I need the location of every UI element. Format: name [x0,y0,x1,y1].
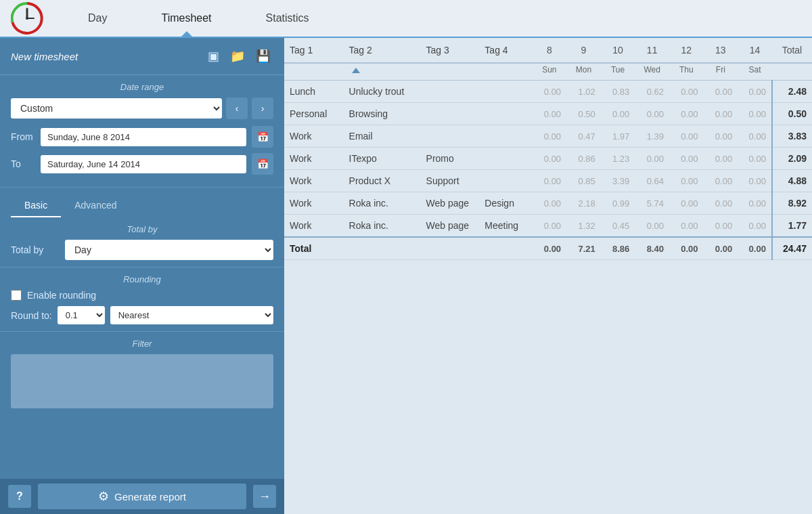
tab-timesheet[interactable]: Timesheet [134,1,238,35]
cell-tag3 [421,81,480,103]
cell-tag2: ITexpo [344,148,421,170]
cell-d12: 0.00 [669,192,704,215]
table-row: WorkRoka inc.Web pageMeeting0.001.320.45… [284,215,812,238]
top-nav: Day Timesheet Statistics [0,0,812,38]
cell-d13: 0.00 [704,125,738,148]
cell-tag3 [421,103,480,125]
cell-tag4 [479,125,532,148]
cell-tag3 [421,125,480,148]
cell-d10: 0.99 [601,192,635,215]
col-day10[interactable]: 10 [601,38,635,63]
date-range-select[interactable]: Custom Today This week This month [11,98,222,119]
export-button[interactable]: → [253,485,276,508]
total-d10: 8.86 [601,237,635,260]
help-button[interactable]: ? [8,485,31,508]
col-total[interactable]: Total [772,38,812,63]
filter-textarea[interactable] [11,354,273,408]
cell-tag4 [479,148,532,170]
cell-d10: 0.45 [601,215,635,238]
col-tag4[interactable]: Tag 4 [479,38,532,63]
col-tag2[interactable]: Tag 2 [344,38,421,63]
cell-tag1: Work [284,170,344,192]
table-header-row: Tag 1 Tag 2 Tag 3 Tag 4 8 9 10 11 12 13 … [284,38,812,63]
to-label: To [11,158,35,169]
enable-rounding-checkbox[interactable] [11,290,22,301]
col-day9[interactable]: 9 [566,38,601,63]
enable-rounding-row: Enable rounding [11,290,273,301]
from-calendar-button[interactable]: 📅 [252,126,273,148]
save-button[interactable]: 💾 [253,47,273,65]
sort-arrow-icon [352,68,360,73]
cell-total: 2.48 [772,81,812,103]
cell-d8: 0.00 [533,125,567,148]
total-d9: 7.21 [566,237,601,260]
total-by-row: Total by Day Week Month [11,240,273,260]
cell-total: 1.77 [772,215,812,238]
to-date-input[interactable] [41,155,246,173]
col-day8[interactable]: 8 [533,38,567,63]
cell-d8: 0.00 [533,81,567,103]
date-range-title: Date range [11,82,273,92]
rounding-title: Rounding [11,274,273,284]
rounding-section: Rounding Enable rounding Round to: 0.1 0… [0,267,284,332]
cell-d10: 0.83 [601,81,635,103]
col-tag1[interactable]: Tag 1 [284,38,344,63]
next-range-button[interactable]: › [252,98,273,119]
cell-d13: 0.00 [704,192,738,215]
nav-tabs: Day Timesheet Statistics [61,1,336,35]
total-by-select[interactable]: Day Week Month [65,240,273,260]
tab-day[interactable]: Day [61,1,134,35]
cell-tag1: Work [284,215,344,238]
col-day11[interactable]: 11 [635,38,669,63]
cell-total: 8.92 [772,192,812,215]
total-d13: 0.00 [704,237,738,260]
cell-d9: 1.02 [566,81,601,103]
cell-tag4: Meeting [479,215,532,238]
total-label: Total [284,237,533,260]
date-range-section: Date range Custom Today This week This m… [0,75,284,188]
cell-d13: 0.00 [704,170,738,192]
prev-range-button[interactable]: ‹ [226,98,248,119]
tab-advanced[interactable]: Advanced [61,194,130,217]
cell-tag4: Design [479,192,532,215]
generate-report-label: Generate report [114,491,186,502]
day10-sub: Tue [601,63,635,81]
day11-sub: Wed [635,63,669,81]
open-folder-button[interactable]: 📁 [227,47,248,65]
generate-report-button[interactable]: ⚙ Generate report [38,484,246,509]
day13-sub: Fri [704,63,738,81]
from-date-input[interactable] [41,128,246,146]
cell-d8: 0.00 [533,170,567,192]
col-tag3[interactable]: Tag 3 [421,38,480,63]
cell-d10: 3.39 [601,170,635,192]
clock-icon [11,2,43,35]
svg-point-3 [26,17,28,20]
cell-tag3: Support [421,170,480,192]
from-date-row: From 📅 [11,126,273,148]
tab-basic[interactable]: Basic [11,194,61,217]
total-by-title: Total by [11,224,273,234]
to-calendar-button[interactable]: 📅 [252,153,273,175]
table-row: WorkProduct XSupport0.000.853.390.640.00… [284,170,812,192]
col-day13[interactable]: 13 [704,38,738,63]
cell-d8: 0.00 [533,192,567,215]
cell-d9: 0.86 [566,148,601,170]
cell-tag2: Product X [344,170,421,192]
cell-d8: 0.00 [533,215,567,238]
tag1-sub [284,63,344,81]
cell-total: 0.50 [772,103,812,125]
nearest-select[interactable]: Nearest Up Down [110,306,273,324]
tag4-sub [479,63,532,81]
col-day12[interactable]: 12 [669,38,704,63]
cell-d9: 0.85 [566,170,601,192]
table-row: WorkEmail0.000.471.971.390.000.000.003.8… [284,125,812,148]
tab-statistics[interactable]: Statistics [239,1,336,35]
cell-tag2: Browsing [344,103,421,125]
cell-d12: 0.00 [669,125,704,148]
cell-d11: 0.64 [635,170,669,192]
new-doc-button[interactable]: ▣ [205,47,222,65]
cell-d11: 0.62 [635,81,669,103]
col-day14[interactable]: 14 [738,38,772,63]
round-to-select[interactable]: 0.1 0.25 0.5 1 [58,306,105,324]
bottom-bar: ? ⚙ Generate report → [0,479,284,514]
